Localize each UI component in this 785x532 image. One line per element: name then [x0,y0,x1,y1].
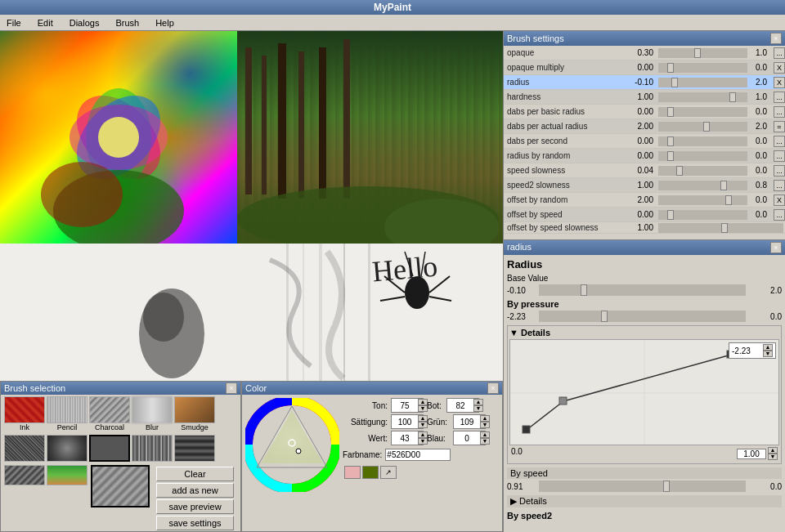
setting-btn-dabs-actual[interactable]: = [774,121,785,132]
brush-thumb-charcoal[interactable] [89,396,130,423]
color-wheel-svg[interactable] [245,398,339,492]
setting-slider-offset-speed[interactable] [658,210,747,220]
farbname-input[interactable] [385,449,451,461]
setting-slider-speed2-slow[interactable] [658,181,747,190]
brush-r3-1[interactable] [4,465,45,485]
pressure-slider[interactable] [539,311,746,322]
clear-button[interactable]: Clear [156,467,234,481]
brush-thumb-r2-3-selected[interactable] [89,435,130,462]
setting-btn-offset-speed[interactable]: ... [774,209,785,221]
setting-slider-opaque[interactable] [658,48,747,58]
brush-thumb-pencil[interactable] [47,396,87,423]
setting-slider-dabs-basic[interactable] [658,107,747,117]
ton-input[interactable] [392,401,418,410]
bot-input[interactable] [447,401,473,410]
curve-right-spinners[interactable]: ▲ ▼ [768,447,778,460]
drawing-canvas[interactable]: Hello [0,244,503,381]
slider-thumb-offset-random[interactable] [725,195,732,205]
setting-slider-offset-random[interactable] [658,195,747,205]
setting-btn-speed-slow[interactable]: ... [774,165,785,177]
setting-btn-opaque[interactable]: ... [774,47,785,59]
brush-thumb-ink[interactable] [4,396,45,423]
save-settings-button[interactable]: save settings [156,516,234,530]
brush-cell-r2-5[interactable] [174,435,215,462]
base-value-thumb[interactable] [581,284,587,296]
swatch-add[interactable]: ↗ [380,466,397,479]
slider-thumb-dabs-basic[interactable] [667,107,674,117]
setting-slider-radius-random[interactable] [658,151,747,161]
slider-thumb-opaque[interactable] [694,48,701,58]
sattigung-value-box[interactable]: ▲ ▼ [391,414,424,429]
brush-cell-ink[interactable]: Ink [4,396,45,431]
brush-settings-close[interactable]: × [770,33,782,44]
bot-value-box[interactable]: ▲ ▼ [446,398,479,413]
wert-input[interactable] [392,434,418,443]
setting-btn-hardness[interactable]: ... [774,92,785,103]
sattigung-input[interactable] [392,418,418,427]
curve-right-down[interactable]: ▼ [768,454,778,460]
brush-cell-r2-3[interactable] [89,435,130,462]
setting-btn-radius[interactable]: X [774,77,785,88]
setting-slider-speed-slow[interactable] [658,166,747,176]
menu-file[interactable]: File [3,17,25,29]
slider-thumb-offset-speed-slow[interactable] [721,223,728,233]
save-preview-button[interactable]: save preview [156,499,234,514]
brush-cell-smudge[interactable]: Smudge [174,396,215,431]
brush-cell-pencil[interactable]: Pencil [47,396,87,431]
setting-slider-opaque-multiply[interactable] [658,63,747,73]
speed-slider[interactable] [539,481,746,492]
brush-selection-close[interactable]: × [226,382,237,394]
menu-brush[interactable]: Brush [112,17,142,29]
curve-spinners[interactable]: ▲ ▼ [763,344,773,357]
base-value-slider[interactable] [539,284,746,296]
brush-cell-r2-1[interactable] [4,435,45,462]
swatch-pink[interactable] [344,466,361,479]
brush-thumb-blur[interactable] [132,396,173,423]
add-as-new-button[interactable]: add as new [156,483,234,498]
color-wheel-container[interactable] [245,398,339,492]
blau-down[interactable]: ▼ [480,438,490,445]
brush-r3-2[interactable] [47,465,87,485]
grun-down[interactable]: ▼ [480,422,490,428]
slider-thumb-radius-random[interactable] [667,151,674,161]
brush-cell-blur[interactable]: Blur [132,396,173,431]
setting-slider-dabs-actual[interactable] [658,122,747,132]
brush-thumb-r2-4[interactable] [132,435,173,462]
details-title[interactable]: ▼ Details [509,328,779,338]
brush-thumb-r2-5[interactable] [174,435,215,462]
setting-slider-radius[interactable] [658,78,747,87]
setting-slider-hardness[interactable] [658,92,747,102]
speed-thumb[interactable] [663,481,670,492]
brush-cell-r2-2[interactable] [47,435,87,462]
curve-up[interactable]: ▲ [763,344,773,351]
curve-down[interactable]: ▼ [763,351,773,357]
artwork-canvas[interactable]: Hello [0,31,503,381]
speed-details-toggle[interactable]: ▶ Details [507,495,782,507]
brush-thumb-r2-1[interactable] [4,435,45,462]
blau-up[interactable]: ▲ [480,431,490,438]
color-panel-close[interactable]: × [487,382,499,394]
brush-thumb-r2-2[interactable] [47,435,87,462]
setting-slider-offset-speed-slow[interactable] [658,223,783,233]
swatch-green[interactable] [362,466,379,479]
slider-thumb-hardness[interactable] [729,92,736,102]
blau-input[interactable] [454,434,480,443]
slider-thumb-radius[interactable] [671,78,678,87]
slider-thumb-dabs-actual[interactable] [703,122,710,132]
slider-thumb-offset-speed[interactable] [667,210,674,220]
setting-btn-radius-random[interactable]: ... [774,150,785,162]
wert-value-box[interactable]: ▲ ▼ [391,431,424,445]
brush-cell-charcoal[interactable]: Charcoal [89,396,130,431]
setting-btn-speed2-slow[interactable]: ... [774,180,785,191]
bot-up[interactable]: ▲ [473,399,483,405]
curve-right-input[interactable] [737,449,766,459]
menu-dialogs[interactable]: Dialogs [66,17,103,29]
radius-panel-close[interactable]: × [770,242,782,253]
ton-value-box[interactable]: ▲ ▼ [391,398,424,413]
by-speed-label[interactable]: By speed [507,467,782,479]
slider-thumb-dabs-second[interactable] [667,136,674,146]
bot-spinners[interactable]: ▲ ▼ [473,399,483,412]
slider-thumb-speed-slow[interactable] [676,166,683,176]
slider-thumb-opaque-multiply[interactable] [667,63,674,73]
brush-thumb-smudge[interactable] [174,396,215,423]
